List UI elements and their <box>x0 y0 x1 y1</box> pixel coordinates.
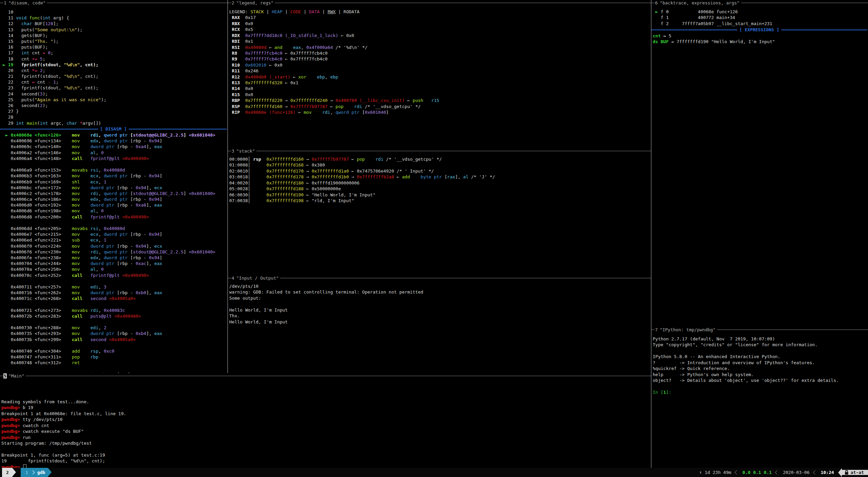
text-segment: 0 <box>101 267 104 272</box>
text-segment: ecx <box>90 179 98 184</box>
pane-ipython[interactable]: 7 "IPython: tmp/pwndbg" Python 2.7.17 (d… <box>651 327 868 468</box>
text-segment: stdout@@GLIBC_2.2.5 <box>133 191 184 196</box>
pane-divider-vertical-right[interactable] <box>651 0 651 468</box>
pane-input-output[interactable]: 4 "Input / Output" /dev/pts/10warning: G… <box>228 275 651 373</box>
text-segment: 0x400747 <func+311> <box>3 354 72 359</box>
terminal-line: 07:0038│ 0x7fffffffd198 ← "rld, I'm Inpu… <box>229 198 651 204</box>
text-segment: 0x400780 (__libc_csu_init) <box>336 98 405 103</box>
text-segment: cnt <box>35 80 48 85</box>
text-segment: 01:0008│ <box>229 162 267 167</box>
text-segment: , <box>98 284 104 289</box>
text-segment: pop <box>72 354 80 359</box>
text-segment: f 2 7ffff7a05b97 __libc_start_main+231 <box>653 21 772 26</box>
text-segment: Python 2.7.17 (default, Nov 7 2019, 10:0… <box>653 336 775 341</box>
text-cursor[interactable] <box>23 464 26 468</box>
pane-divider-vertical-left[interactable] <box>228 0 228 373</box>
text-segment: | <box>320 9 327 14</box>
text-segment: call <box>72 214 83 219</box>
terminal-line: ► 0x40068e <func+126> mov rdi, qword ptr… <box>3 132 228 138</box>
text-segment: edx <box>90 138 98 143</box>
text-segment: mov <box>72 261 80 266</box>
text-segment: 0x4006dd <func+205> <box>3 226 72 231</box>
text-segment: | <box>301 9 309 14</box>
window-tab-gdb[interactable]: 1 gdb <box>21 468 48 477</box>
text-segment: 0x400730 <func+288> <box>3 325 72 330</box>
angle-left-icon <box>813 470 817 475</box>
text-segment <box>80 132 90 138</box>
terminal-line <box>3 319 228 325</box>
pane-title-disasm: 1 "disasm, code" <box>0 0 228 6</box>
text-segment: dword ptr <box>90 185 114 190</box>
text-segment: ], <box>146 244 154 249</box>
pane-backtrace-expressions[interactable]: 6 "backtrace, expressions, args" ► f 0 4… <box>651 0 868 327</box>
expressions-header-label: [ EXPRESSIONS ] <box>737 27 781 32</box>
text-segment: call <box>72 273 83 278</box>
text-segment: , <box>98 308 104 313</box>
text-segment: R13 <box>229 80 245 85</box>
text-segment: [ <box>128 132 133 138</box>
text-segment: "%d\n" <box>64 85 80 90</box>
pane-stack[interactable]: 3 "stack" 00:0000│ rsp 0x7fffffffd160 → … <box>228 148 651 275</box>
text-segment: rdi <box>376 157 383 162</box>
text-segment: 23 fprintf(stdout, <box>3 85 64 90</box>
text-segment: 0x7fffffffd240 <box>290 98 328 103</box>
terminal-line: 0x4006e7 <func+215> mov ecx, dword ptr [… <box>3 231 228 237</box>
text-segment: eax <box>154 261 162 266</box>
text-segment: 0x4f000a64 <box>306 45 333 50</box>
pane-main-gdb[interactable]: 5 "Main" Reading symbols from test...don… <box>0 373 651 468</box>
text-segment: mov <box>72 197 80 202</box>
text-segment: warning: GDB: Failed to set controlling … <box>229 289 423 295</box>
text-segment: , cnt); <box>80 74 98 79</box>
text-segment: int <box>42 15 50 20</box>
text-segment: 0x4006e7 <func+215> <box>3 232 72 237</box>
text-segment: pwndbg> <box>1 464 23 468</box>
text-segment: 0xa8 <box>135 202 146 208</box>
pane-number: 3 <box>231 148 235 154</box>
text-segment: → <box>328 98 336 103</box>
text-segment: dword ptr <box>90 261 114 266</box>
terminal-line: 06:0030│ 0x7fffffffd190 ← "Hello World, … <box>229 192 651 198</box>
text-segment: Reading symbols from test...done. <box>1 399 89 404</box>
border-line <box>741 3 868 3</box>
text-segment: eax <box>154 331 162 336</box>
text-segment: 0x4006a4 <func+148> <box>3 156 72 161</box>
text-segment <box>37 56 40 61</box>
text-segment: 0x4006ed <func+221> <box>3 237 72 243</box>
terminal-line: 0x4006d0 <func+192> mov dword ptr [rbp -… <box>3 202 228 208</box>
text-segment: [rbp - <box>128 173 149 178</box>
text-segment <box>80 244 90 249</box>
text-segment <box>80 354 90 359</box>
text-segment: edx <box>90 197 98 202</box>
text-segment: ecx <box>90 232 98 237</box>
terminal-line: 21 fprintf(stdout, "%d\n", cnt); <box>3 73 228 79</box>
text-segment: 10 <box>3 10 13 15</box>
terminal-line: RSI 0x40080d ← and eax, 0x4f000a64 /* '%… <box>229 45 651 50</box>
text-segment: ], <box>146 202 154 208</box>
text-segment: qword ptr <box>336 110 359 115</box>
text-segment: rdi <box>90 132 98 138</box>
text-segment: 0x40080d <box>104 226 125 231</box>
pane-legend-regs[interactable]: 2 "legend, regs" LEGEND: STACK | HEAP | … <box>228 0 651 148</box>
text-segment: , <box>98 132 104 138</box>
expressions-section-header: [ EXPRESSIONS ] <box>651 27 867 33</box>
text-segment: , <box>98 325 104 330</box>
text-segment: ret <box>72 360 80 365</box>
text-segment: R10 <box>229 63 245 68</box>
border-line <box>651 3 655 3</box>
terminal-line: Hello World, I'm Input <box>229 307 651 313</box>
pane-disasm-code[interactable]: 1 "disasm, code" 10 11 void func(int arg… <box>0 0 228 373</box>
terminal-line: 19 fprintf(stdout, "%d\n", cnt); <box>1 458 651 464</box>
text-segment: 0x7fffffffd1b0 <box>312 174 349 179</box>
gdb-console[interactable]: Reading symbols from test...done.pwndbg>… <box>1 399 651 468</box>
text-segment: RAX <box>229 15 245 20</box>
terminal-line: 0x4006d8 <func+200> call fprintf@plt <0x… <box>3 214 228 220</box>
text-segment: 15 puts( <box>3 39 35 44</box>
text-segment: 0x0 <box>245 92 253 97</box>
terminal-line: ds BUF = 7fffffffd190 "Hello World, I'm … <box>653 39 868 45</box>
text-segment: Some output: <box>229 296 261 301</box>
session-badge[interactable]: 2 <box>2 468 12 477</box>
terminal-line: R10 0x602010 ← 0x0 <box>229 62 651 68</box>
ipython-console[interactable]: Python 2.7.17 (default, Nov 7 2019, 10:0… <box>653 336 868 395</box>
text-segment: 0x7fffffffd170 <box>267 169 304 174</box>
terminal-line: 17 int cnt = 0; <box>3 50 228 56</box>
